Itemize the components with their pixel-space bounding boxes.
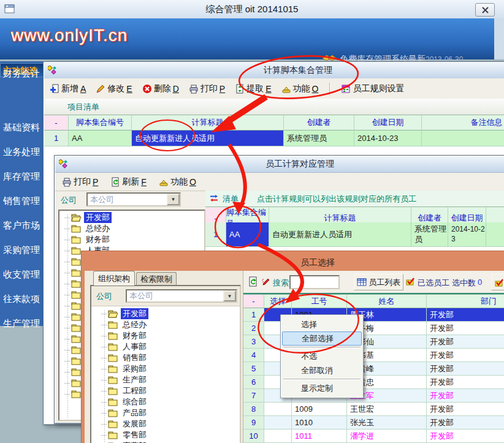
sidebar-item[interactable]: 往来款项	[0, 287, 48, 311]
col-header[interactable]: 创建者	[284, 115, 354, 131]
window-titlebar[interactable]: 计算脚本集合管理	[44, 62, 504, 79]
clear-pen-button[interactable]	[259, 276, 273, 288]
folder-icon	[71, 301, 82, 311]
window-icon	[59, 159, 69, 171]
sidebar-item[interactable]: 收支管理	[0, 262, 48, 287]
list-label[interactable]: 清单	[223, 194, 239, 205]
function-button[interactable]: 功能O	[157, 175, 198, 189]
tree-item-department[interactable]: 销售部	[96, 352, 240, 363]
delete-button[interactable]: 删除D	[140, 82, 181, 96]
tree-item-department[interactable]: 生产部	[96, 374, 240, 385]
select-cell[interactable]	[264, 430, 292, 443]
tree-item-department[interactable]: 财务部	[96, 330, 240, 341]
col-header[interactable]: 脚本集合编号	[69, 115, 132, 131]
tab-project-list[interactable]: 项目清单	[67, 102, 99, 113]
sidebar-item[interactable]: 业务处理	[0, 140, 48, 164]
folder-icon	[108, 309, 118, 319]
employee-dept: 开发部	[427, 322, 504, 335]
tree-item-department[interactable]: 总经办	[96, 319, 240, 330]
tree-item-department[interactable]: 工程部	[96, 385, 240, 396]
grid-icon	[357, 278, 367, 287]
employee-row[interactable]: 10 1011 潘学进 开发部	[243, 430, 504, 443]
tree-item-department[interactable]: 财务部	[59, 234, 204, 245]
employee-row[interactable]: 9 1010 张光玉 开发部	[243, 416, 504, 430]
add-button[interactable]: 新增A	[48, 82, 88, 96]
print-button[interactable]: 打印P	[187, 82, 227, 96]
employee-list-button[interactable]: 员工列表	[354, 274, 403, 290]
confirm-check-button[interactable]	[491, 274, 504, 290]
folder-icon	[71, 379, 82, 388]
folder-icon	[108, 409, 118, 418]
refresh-button[interactable]: 刷新F	[109, 175, 148, 189]
col-header[interactable]: 备注信息	[422, 115, 504, 131]
selected-employees-label[interactable]: 已选员工	[418, 278, 449, 289]
script-code-selected-cell[interactable]: AA	[226, 222, 269, 247]
edit-button[interactable]: 修改E	[94, 82, 134, 96]
context-menu-item[interactable]: 显示定制	[282, 381, 362, 395]
employee-id: 1010	[292, 416, 347, 430]
tree-item-department[interactable]: 直营部	[96, 441, 240, 443]
tree-item-department[interactable]: 开发部	[59, 212, 204, 223]
sidebar-item[interactable]: 基础资料	[0, 115, 48, 140]
sidebar-item[interactable]: 采购管理	[0, 238, 48, 262]
col-header[interactable]: 工号	[292, 294, 347, 308]
employee-rules-button[interactable]: 员工规则设置	[339, 82, 408, 96]
main-window-titlebar[interactable]: 综合管理 oit 20141015	[0, 0, 504, 19]
company-select[interactable]: 本公司 ▼	[86, 192, 181, 206]
select-cell[interactable]	[264, 403, 292, 416]
tree-item-department[interactable]: 总经办	[59, 223, 204, 234]
chevron-down-icon[interactable]: ▼	[223, 290, 236, 301]
edit-icon	[96, 84, 105, 94]
pen-icon	[261, 277, 271, 287]
main-menu-sidebar: 主功能选 基础资料 业务处理 库存管理 销售管理 客户市场 采购管理 收支管理 …	[0, 61, 48, 326]
calc-title-selected-cell[interactable]: 自动更新新进人员适用	[132, 131, 284, 146]
context-menu-item[interactable]: 不选	[282, 349, 362, 363]
check-icon	[494, 278, 504, 287]
select-cell[interactable]	[264, 416, 292, 430]
company-select[interactable]: 本公司 ▼	[126, 289, 237, 303]
tree-item-department[interactable]: 发展部	[96, 418, 240, 430]
chevron-down-icon[interactable]: ▼	[167, 194, 180, 205]
extract-button[interactable]: 提取E	[233, 82, 273, 96]
tab-org-structure[interactable]: 组织架构	[93, 271, 135, 286]
window-titlebar[interactable]: 员工计算对应管理	[55, 156, 504, 173]
company-value: 本公司	[88, 194, 167, 205]
table-row[interactable]: 1 AA 自动更新新进人员适用 系统管理员 2014-10-23	[205, 222, 504, 247]
col-header[interactable]: 姓名	[347, 294, 427, 308]
search-input[interactable]	[289, 275, 340, 289]
exchange-icon	[209, 194, 219, 205]
context-menu-item[interactable]: 全部取消	[282, 363, 362, 377]
sidebar-item[interactable]: 客户市场	[0, 213, 48, 238]
tree-item-department[interactable]: 开发部	[96, 308, 240, 319]
sidebar-item[interactable]: 生产管理	[0, 311, 48, 336]
tree-item-department[interactable]: 人事部	[96, 341, 240, 352]
tree-item-department[interactable]: 产品部	[96, 407, 240, 418]
table-header-row: - 脚本集合编号 计算标题 创建者 创建日期 备注信息	[44, 115, 504, 131]
selected-check-icon	[405, 276, 415, 287]
col-header[interactable]: -	[44, 115, 69, 131]
function-button[interactable]: 功能O	[280, 82, 321, 96]
refresh-button[interactable]	[246, 275, 260, 288]
col-header[interactable]: 选择	[264, 294, 292, 308]
context-menu-item[interactable]: 选择	[282, 317, 362, 331]
window-titlebar[interactable]: 员工选择	[85, 254, 504, 271]
row-number: 8	[243, 403, 264, 416]
sidebar-item[interactable]: 库存管理	[0, 164, 48, 189]
col-header[interactable]: 计算标题	[132, 115, 284, 131]
tree-item-department[interactable]: 采购部	[96, 363, 240, 374]
tab-search-limit[interactable]: 检索限制	[136, 272, 177, 286]
tree-item-department[interactable]: 零售部	[96, 430, 240, 441]
col-header[interactable]: -	[243, 294, 264, 308]
tree-item-department[interactable]: 综合部	[96, 396, 240, 407]
sidebar-item[interactable]: 销售管理	[0, 189, 48, 213]
print-button[interactable]: 打印P	[60, 175, 100, 189]
sidebar-item[interactable]: 财务会计	[0, 61, 48, 86]
employee-row[interactable]: 8 1009 王世宏 开发部	[243, 403, 504, 416]
employee-dept: 开发部	[427, 430, 504, 443]
col-header[interactable]: 创建日期	[354, 115, 422, 131]
site-url[interactable]: www.onlyIT.cn	[11, 26, 128, 45]
close-button[interactable]	[475, 3, 495, 17]
table-row[interactable]: 1 AA 自动更新新进人员适用 系统管理员 2014-10-23	[44, 131, 504, 146]
context-menu-item[interactable]: 全部选择	[282, 331, 362, 346]
col-header[interactable]: 部门	[427, 294, 504, 308]
